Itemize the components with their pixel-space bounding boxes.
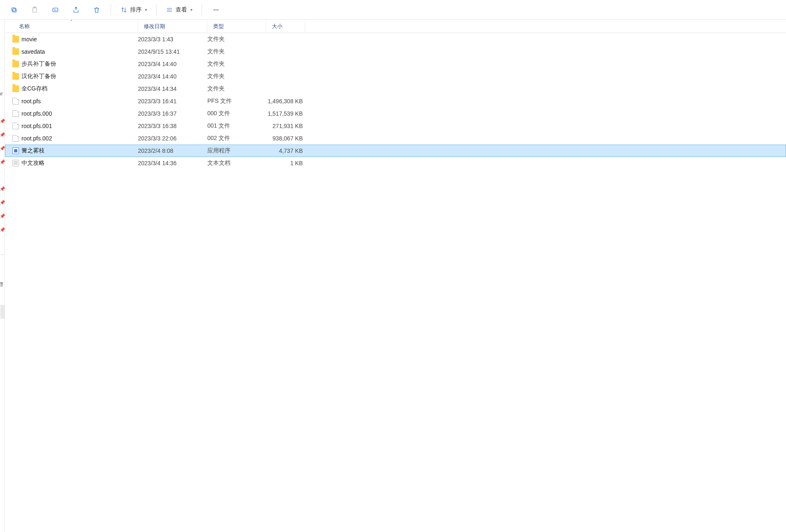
rename-icon: [52, 6, 59, 14]
col-header-date[interactable]: 修改日期: [138, 20, 207, 33]
pin-icon: 📌: [0, 200, 5, 205]
file-date: 2023/3/4 14:34: [138, 86, 207, 92]
file-size: 938,067 KB: [266, 135, 305, 142]
svg-point-5: [214, 9, 214, 10]
col-header-date-label: 修改日期: [144, 23, 165, 30]
file-date: 2023/2/4 8:08: [138, 147, 207, 154]
view-dropdown[interactable]: 查看 ▾: [161, 2, 197, 17]
file-name: root.pfs.000: [21, 110, 138, 117]
file-type: PFS 文件: [207, 97, 266, 105]
chevron-down-icon: ▾: [145, 7, 147, 12]
file-date: 2023/3/4 14:40: [138, 73, 207, 80]
folder-icon: [12, 36, 21, 43]
file-name: movie: [21, 36, 138, 43]
file-row[interactable]: 篝之雾枝2023/2/4 8:08应用程序4,737 KB: [5, 145, 786, 157]
file-row[interactable]: root.pfs.0012023/3/3 16:38001 文件271,931 …: [5, 120, 786, 132]
view-label: 查看: [176, 6, 187, 14]
file-size: 4,737 KB: [266, 147, 305, 154]
svg-rect-4: [53, 8, 58, 12]
col-header-type[interactable]: 类型: [207, 20, 266, 33]
file-date: 2023/3/4 14:36: [138, 160, 207, 166]
file-row[interactable]: movie2023/3/3 1:43文件夹: [5, 33, 786, 45]
sort-dropdown[interactable]: 排序 ▾: [116, 2, 151, 17]
file-row[interactable]: 全CG存档2023/3/4 14:34文件夹: [5, 83, 786, 95]
file-row[interactable]: savedata2024/9/15 13:41文件夹: [5, 45, 786, 58]
file-date: 2023/3/3 22:06: [138, 135, 207, 142]
file-size: 271,931 KB: [266, 123, 305, 129]
nav-scrollbar-thumb[interactable]: [0, 305, 5, 319]
svg-rect-0: [13, 9, 16, 12]
svg-point-7: [217, 9, 218, 10]
file-type: 002 文件: [207, 135, 266, 142]
folder-icon: [12, 61, 21, 67]
paste-icon: [31, 6, 38, 14]
file-icon: [12, 110, 21, 117]
copy-button[interactable]: [5, 2, 23, 17]
file-type: 文件夹: [207, 85, 266, 93]
nav-fragment: or: [0, 91, 3, 97]
more-button[interactable]: [207, 2, 225, 17]
file-icon: [12, 135, 21, 142]
main-area: or 📌 📌 📌 📌 📌 📌 📌 📌 翅 ˄ 名称 修改日期 类型 大小: [0, 20, 786, 532]
file-date: 2023/3/3 1:43: [138, 36, 207, 43]
toolbar-separator: [111, 4, 111, 16]
file-size: 1,496,308 KB: [266, 98, 305, 104]
exe-icon: [12, 147, 21, 154]
file-date: 2023/3/3 16:41: [138, 98, 207, 104]
svg-point-6: [216, 9, 216, 10]
txt-icon: [12, 160, 21, 166]
folder-icon: [12, 86, 21, 92]
file-name: root.pfs: [21, 98, 138, 104]
file-type: 文件夹: [207, 73, 266, 80]
file-name: 中文攻略: [21, 159, 138, 167]
file-type: 应用程序: [207, 147, 266, 154]
file-date: 2023/3/4 14:40: [138, 61, 207, 67]
column-headers: ˄ 名称 修改日期 类型 大小: [5, 20, 786, 33]
view-icon: [166, 6, 173, 14]
file-row[interactable]: 汉化补丁备份2023/3/4 14:40文件夹: [5, 70, 786, 83]
file-name: 汉化补丁备份: [21, 73, 138, 80]
file-size: 1 KB: [266, 160, 305, 166]
pin-icon: 📌: [0, 228, 5, 232]
file-type: 文件夹: [207, 48, 266, 55]
file-icon: [12, 123, 21, 129]
delete-button[interactable]: [88, 2, 106, 17]
nav-dash: [1, 254, 4, 255]
paste-button[interactable]: [26, 2, 44, 17]
file-row[interactable]: root.pfs.0022023/3/3 22:06002 文件938,067 …: [5, 132, 786, 145]
file-type: 文件夹: [207, 36, 266, 43]
copy-icon: [10, 6, 18, 14]
pin-icon: 📌: [0, 214, 5, 218]
file-name: root.pfs.002: [21, 135, 138, 142]
chevron-down-icon: ▾: [190, 7, 192, 12]
file-name: savedata: [21, 48, 138, 55]
file-icon: [12, 98, 21, 104]
file-row[interactable]: root.pfs.0002023/3/3 16:37000 文件1,517,53…: [5, 107, 786, 120]
file-type: 000 文件: [207, 110, 266, 117]
col-header-name[interactable]: ˄ 名称: [5, 20, 138, 33]
svg-rect-1: [12, 7, 15, 11]
folder-icon: [12, 48, 21, 55]
col-header-size[interactable]: 大小: [266, 20, 305, 33]
file-list[interactable]: movie2023/3/3 1:43文件夹savedata2024/9/15 1…: [5, 33, 786, 169]
file-row[interactable]: root.pfs2023/3/3 16:41PFS 文件1,496,308 KB: [5, 95, 786, 107]
share-button[interactable]: [67, 2, 85, 17]
col-header-name-label: 名称: [19, 23, 30, 30]
file-name: root.pfs.001: [21, 123, 138, 129]
file-row[interactable]: 步兵补丁备份2023/3/4 14:40文件夹: [5, 58, 786, 70]
file-type: 001 文件: [207, 122, 266, 130]
toolbar: 排序 ▾ 查看 ▾: [0, 0, 786, 20]
file-name: 步兵补丁备份: [21, 60, 138, 68]
file-type: 文件夹: [207, 60, 266, 68]
rename-button[interactable]: [46, 2, 64, 17]
file-name: 全CG存档: [21, 85, 138, 93]
file-size: 1,517,539 KB: [266, 110, 305, 117]
pin-icon: 📌: [0, 187, 5, 191]
col-header-size-label: 大小: [272, 23, 283, 30]
toolbar-separator: [156, 4, 157, 16]
nav-tree-strip[interactable]: or 📌 📌 📌 📌 📌 📌 📌 📌 翅: [0, 20, 5, 532]
sort-icon: [120, 6, 128, 14]
file-name: 篝之雾枝: [21, 147, 138, 154]
file-type: 文本文档: [207, 159, 266, 167]
file-row[interactable]: 中文攻略2023/3/4 14:36文本文档1 KB: [5, 157, 786, 169]
